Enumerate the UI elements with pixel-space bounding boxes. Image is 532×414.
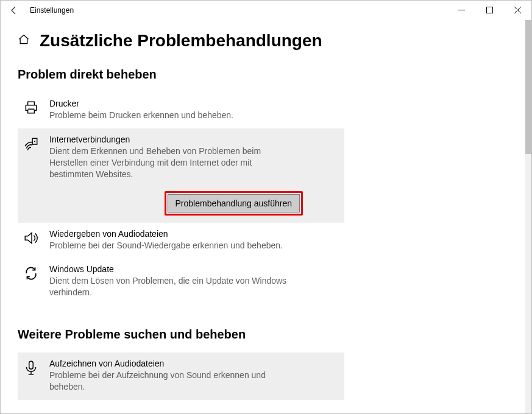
section-title-fix-direct: Problem direkt beheben — [18, 68, 508, 82]
page-header: Zusätzliche Problembehandlungen — [18, 31, 508, 51]
microphone-icon — [23, 359, 40, 393]
item-title: Wiedergeben von Audiodateien — [49, 229, 339, 239]
titlebar: Einstellungen — [1, 1, 531, 20]
item-desc: Probleme bei der Sound-Wiedergabe erkenn… — [49, 240, 293, 251]
update-icon — [23, 264, 40, 298]
item-title: Internetverbindungen — [49, 135, 339, 144]
item-desc: Dient dem Lösen von Problemen, die ein U… — [49, 275, 293, 298]
svg-point-5 — [34, 141, 35, 142]
close-icon — [514, 7, 521, 13]
item-body: Wiedergeben von Audiodateien Probleme be… — [49, 229, 339, 251]
run-button-wrap: Problembehandlung ausführen — [49, 191, 339, 216]
maximize-icon — [486, 7, 493, 13]
item-body: Aufzeichnen von Audiodateien Probleme be… — [49, 359, 339, 393]
item-desc: Probleme bei der Aufzeichnung von Sound … — [49, 370, 293, 393]
close-button[interactable] — [503, 1, 531, 19]
home-icon[interactable] — [18, 33, 30, 48]
troubleshooter-audio-record[interactable]: Aufzeichnen von Audiodateien Probleme be… — [18, 353, 344, 400]
troubleshooter-list-direct: Drucker Probleme beim Drucken erkennen u… — [18, 93, 344, 306]
troubleshooter-audio-playback[interactable]: Wiedergeben von Audiodateien Probleme be… — [18, 223, 344, 259]
settings-window: Einstellungen Zusätzliche Problembehandl… — [0, 0, 532, 414]
svg-rect-1 — [486, 7, 492, 13]
item-title: Drucker — [49, 99, 339, 108]
troubleshooter-internet[interactable]: Internetverbindungen Dient dem Erkennen … — [18, 128, 344, 223]
troubleshooter-windows-update[interactable]: Windows Update Dient dem Lösen von Probl… — [18, 258, 344, 306]
troubleshooter-list-more: Aufzeichnen von Audiodateien Probleme be… — [18, 353, 344, 400]
app-title: Einstellungen — [30, 6, 74, 15]
highlight-annotation: Problembehandlung ausführen — [165, 191, 303, 216]
printer-icon — [23, 99, 40, 121]
item-desc: Dient dem Erkennen und Beheben von Probl… — [49, 146, 293, 180]
item-body: Drucker Probleme beim Drucken erkennen u… — [49, 99, 339, 121]
scroll-thumb[interactable] — [525, 20, 531, 154]
maximize-button[interactable] — [475, 1, 503, 19]
scroll-track[interactable] — [525, 20, 531, 413]
minimize-icon — [458, 7, 465, 13]
item-body: Windows Update Dient dem Lösen von Probl… — [49, 264, 339, 298]
arrow-left-icon — [9, 5, 19, 15]
item-body: Internetverbindungen Dient dem Erkennen … — [49, 135, 339, 216]
item-desc: Probleme beim Drucken erkennen und beheb… — [49, 110, 293, 121]
troubleshooter-printer[interactable]: Drucker Probleme beim Drucken erkennen u… — [18, 93, 344, 128]
vertical-scrollbar[interactable] — [525, 20, 531, 413]
svg-rect-6 — [29, 361, 34, 369]
back-button[interactable] — [5, 2, 23, 19]
window-controls — [447, 1, 531, 19]
minimize-button[interactable] — [447, 1, 475, 19]
run-troubleshooter-button[interactable]: Problembehandlung ausführen — [168, 194, 300, 212]
item-title: Aufzeichnen von Audiodateien — [49, 359, 339, 368]
speaker-icon — [23, 229, 40, 251]
content-wrap: Zusätzliche Problembehandlungen Problem … — [1, 20, 531, 413]
page-title: Zusätzliche Problembehandlungen — [40, 31, 322, 51]
item-title: Windows Update — [49, 264, 339, 274]
section-title-find-more: Weitere Probleme suchen und beheben — [18, 328, 508, 342]
content: Zusätzliche Problembehandlungen Problem … — [1, 20, 525, 413]
internet-icon — [23, 135, 40, 216]
